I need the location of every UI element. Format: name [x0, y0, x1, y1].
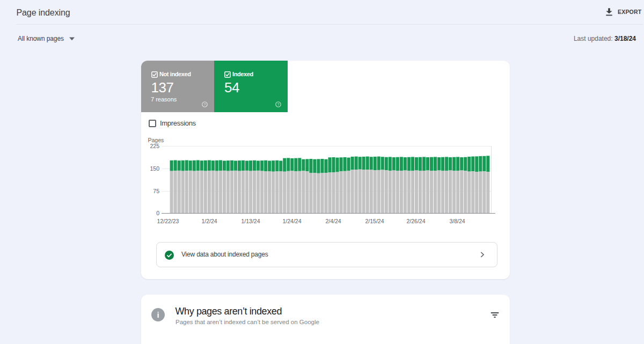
- svg-text:?: ?: [204, 103, 206, 106]
- svg-text:?: ?: [277, 103, 280, 106]
